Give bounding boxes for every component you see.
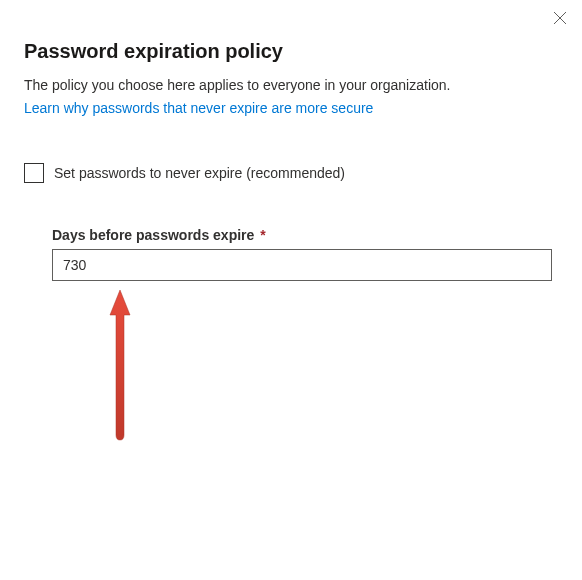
page-title: Password expiration policy [24,40,558,63]
required-asterisk-icon: * [260,227,265,243]
close-icon [553,11,567,25]
close-button[interactable] [550,8,570,28]
days-label-text: Days before passwords expire [52,227,254,243]
panel-content: Password expiration policy The policy yo… [0,0,582,305]
never-expire-checkbox-label[interactable]: Set passwords to never expire (recommend… [54,165,345,181]
days-before-expire-label: Days before passwords expire * [52,227,558,243]
days-field-group: Days before passwords expire * [52,227,558,281]
days-before-expire-input[interactable] [52,249,552,281]
policy-description: The policy you choose here applies to ev… [24,77,558,93]
never-expire-checkbox[interactable] [24,163,44,183]
never-expire-option[interactable]: Set passwords to never expire (recommend… [24,163,558,183]
learn-more-link[interactable]: Learn why passwords that never expire ar… [24,100,373,116]
arrow-annotation-icon [100,285,140,445]
